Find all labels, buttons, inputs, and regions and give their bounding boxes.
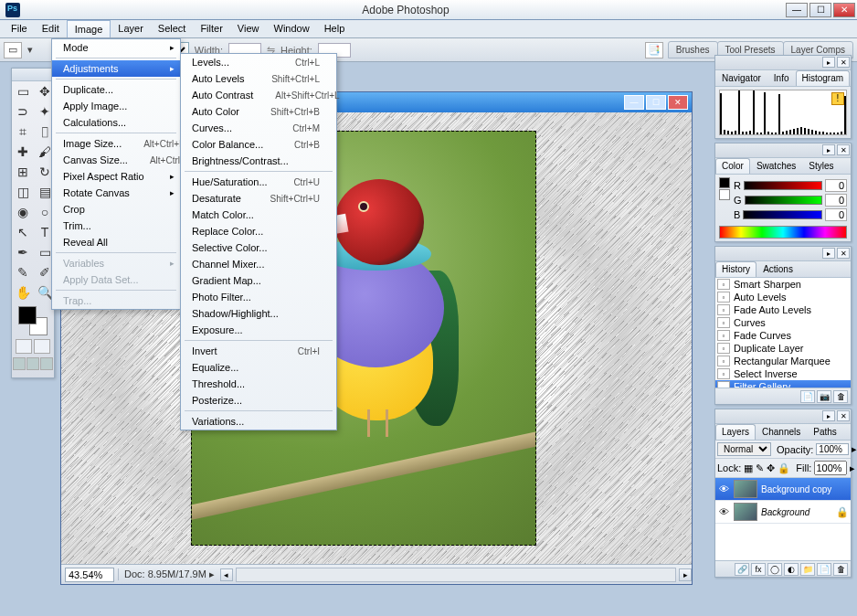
image-menu-reveal-all[interactable]: Reveal All <box>52 234 180 250</box>
path-tool[interactable]: ↖ <box>12 222 34 242</box>
adjustments-variations[interactable]: Variations... <box>181 413 336 430</box>
adjustment-layer[interactable]: ◐ <box>784 563 799 576</box>
notes-tool[interactable]: ✎ <box>12 262 34 282</box>
lock-transparency-icon[interactable]: ▦ <box>744 462 753 474</box>
tab-histogram[interactable]: Histogram <box>796 70 851 86</box>
adjustments-auto-levels[interactable]: Auto LevelsShift+Ctrl+L <box>181 70 336 87</box>
blend-mode-select[interactable]: Normal <box>717 442 771 456</box>
doc-maximize[interactable]: ☐ <box>646 95 666 110</box>
fill-field[interactable] <box>814 461 847 475</box>
arrow-down-icon[interactable]: ▾ <box>27 44 33 56</box>
visibility-toggle[interactable]: 👁 <box>717 483 730 495</box>
tab-paths[interactable]: Paths <box>807 424 843 440</box>
history-select-inverse[interactable]: ▫Select Inverse <box>715 367 851 380</box>
tab-navigator[interactable]: Navigator <box>715 70 767 86</box>
eraser-tool[interactable]: ◫ <box>12 182 34 202</box>
foreground-background[interactable] <box>18 306 48 335</box>
r-slider[interactable] <box>744 181 822 190</box>
layer-background[interactable]: 👁Background🔒 <box>715 501 851 524</box>
adjustments-channel-mixer[interactable]: Channel Mixer... <box>181 256 336 272</box>
foreground-swatch[interactable] <box>719 177 730 188</box>
opacity-field[interactable] <box>816 443 849 455</box>
link-layers[interactable]: 🔗 <box>735 563 749 576</box>
image-menu-apply-image[interactable]: Apply Image... <box>52 98 180 114</box>
layer-thumbnail[interactable] <box>734 503 757 521</box>
adjustments-brightness-contrast[interactable]: Brightness/Contrast... <box>181 153 336 169</box>
history-filter-gallery[interactable]: ▫Filter Gallery <box>715 380 851 388</box>
foreground-color[interactable] <box>18 306 37 324</box>
adjustments-shadow-highlight[interactable]: Shadow/Highlight... <box>181 305 336 322</box>
scroll-left[interactable]: ◂ <box>220 568 233 581</box>
adjustments-selective-color[interactable]: Selective Color... <box>181 239 336 256</box>
minimize-button[interactable]: — <box>786 3 808 17</box>
screen-full-menu[interactable] <box>26 357 39 370</box>
lock-pixels-icon[interactable]: ✎ <box>756 462 764 474</box>
menu-select[interactable]: Select <box>151 20 194 37</box>
adjustments-equalize[interactable]: Equalize... <box>181 359 336 376</box>
adjustments-invert[interactable]: InvertCtrl+I <box>181 343 336 359</box>
g-value[interactable]: 0 <box>825 194 847 207</box>
menu-filter[interactable]: Filter <box>193 20 229 37</box>
tab-info[interactable]: Info <box>767 70 796 86</box>
delete-state[interactable]: 🗑 <box>833 390 848 403</box>
cache-warning-icon[interactable]: ! <box>831 92 844 105</box>
lock-all-icon[interactable]: 🔒 <box>778 462 790 474</box>
adjustments-photo-filter[interactable]: Photo Filter... <box>181 289 336 305</box>
adjustments-hue-saturation[interactable]: Hue/Saturation...Ctrl+U <box>181 174 336 190</box>
image-menu-rotate-canvas[interactable]: Rotate Canvas▸ <box>52 185 180 201</box>
crop-tool[interactable]: ⌗ <box>12 122 34 142</box>
tab-layers[interactable]: Layers <box>715 424 756 440</box>
menu-window[interactable]: Window <box>267 20 317 37</box>
adjustments-threshold[interactable]: Threshold... <box>181 376 336 392</box>
palette-menu-button[interactable]: ▸ <box>822 144 835 155</box>
stamp-tool[interactable]: ⊞ <box>12 162 34 182</box>
r-value[interactable]: 0 <box>825 179 847 192</box>
arrow-icon[interactable]: ▸ <box>852 443 857 455</box>
palette-close-button[interactable]: ✕ <box>837 57 850 68</box>
screen-standard[interactable] <box>13 357 26 370</box>
adjustments-gradient-map[interactable]: Gradient Map... <box>181 272 336 289</box>
maximize-button[interactable]: ☐ <box>809 3 831 17</box>
menu-help[interactable]: Help <box>317 20 353 37</box>
lasso-tool[interactable]: ⊃ <box>12 101 34 122</box>
history-fade-curves[interactable]: ▫Fade Curves <box>715 329 851 342</box>
background-swatch[interactable] <box>719 189 730 200</box>
layer-style[interactable]: fx <box>751 563 766 576</box>
adjustments-auto-contrast[interactable]: Auto ContrastAlt+Shift+Ctrl+L <box>181 87 336 103</box>
blur-tool[interactable]: ◉ <box>12 202 34 222</box>
history-rectangular-marquee[interactable]: ▫Rectangular Marquee <box>715 355 851 367</box>
arrow-icon[interactable]: ▸ <box>850 462 855 474</box>
adjustments-replace-color[interactable]: Replace Color... <box>181 223 336 239</box>
image-menu-duplicate[interactable]: Duplicate... <box>52 81 180 98</box>
scroll-right[interactable]: ▸ <box>679 568 692 581</box>
screen-full[interactable] <box>40 357 53 370</box>
tab-swatches[interactable]: Swatches <box>750 158 802 174</box>
zoom-field[interactable] <box>65 568 114 582</box>
image-menu-trim[interactable]: Trim... <box>52 218 180 234</box>
menu-file[interactable]: File <box>4 20 35 37</box>
tab-color[interactable]: Color <box>715 158 750 174</box>
quick-mask-button[interactable] <box>34 339 50 354</box>
menu-edit[interactable]: Edit <box>35 20 67 37</box>
new-snapshot[interactable]: 📷 <box>817 390 831 403</box>
horizontal-scrollbar[interactable] <box>236 568 676 582</box>
palette-toggle-icon[interactable]: 📑 <box>645 42 663 58</box>
palette-close-button[interactable]: ✕ <box>837 410 850 421</box>
new-layer[interactable]: 📄 <box>817 563 831 576</box>
adjustments-desaturate[interactable]: DesaturateShift+Ctrl+U <box>181 190 336 207</box>
doc-close[interactable]: ✕ <box>668 95 688 110</box>
tab-actions[interactable]: Actions <box>756 261 799 277</box>
marquee-tool-icon[interactable]: ▭ <box>4 42 22 58</box>
history-auto-levels[interactable]: ▫Auto Levels <box>715 291 851 303</box>
doc-minimize[interactable]: — <box>624 95 644 110</box>
menu-image[interactable]: Image <box>67 20 111 37</box>
image-menu-calculations[interactable]: Calculations... <box>52 114 180 131</box>
adjustments-curves[interactable]: Curves...Ctrl+M <box>181 120 336 136</box>
adjustments-levels[interactable]: Levels...Ctrl+L <box>181 54 336 70</box>
adjustments-color-balance[interactable]: Color Balance...Ctrl+B <box>181 136 336 153</box>
hand-tool[interactable]: ✋ <box>12 282 34 303</box>
adjustments-exposure[interactable]: Exposure... <box>181 322 336 338</box>
adjustments-match-color[interactable]: Match Color... <box>181 207 336 223</box>
palette-menu-button[interactable]: ▸ <box>822 57 835 68</box>
palette-close-button[interactable]: ✕ <box>837 248 850 259</box>
